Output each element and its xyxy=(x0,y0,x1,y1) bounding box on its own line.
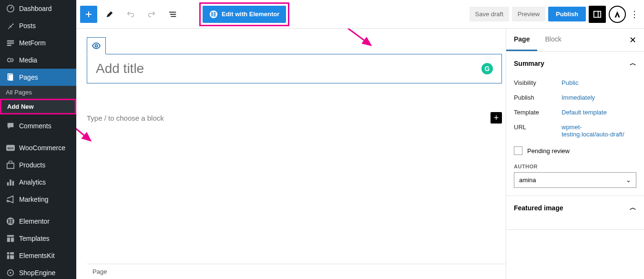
svg-rect-2 xyxy=(7,42,14,44)
label: Pending review xyxy=(527,147,570,155)
svg-rect-23 xyxy=(10,252,14,255)
svg-rect-31 xyxy=(212,12,213,16)
metform-icon xyxy=(6,38,15,48)
analytics-icon xyxy=(6,177,15,187)
sidebar-item-comments[interactable]: Comments xyxy=(0,117,76,134)
sidebar-item-analytics[interactable]: Analytics xyxy=(0,174,76,191)
close-settings-button[interactable]: ✕ xyxy=(622,35,644,45)
add-block-button[interactable] xyxy=(80,6,97,23)
publish-button[interactable]: Publish xyxy=(548,7,586,21)
label: Comments xyxy=(19,122,51,130)
svg-point-26 xyxy=(10,272,11,274)
label: Media xyxy=(19,56,37,64)
sidebar-submenu-pages: All Pages Add New xyxy=(0,86,76,114)
svg-rect-11 xyxy=(10,180,11,186)
sidebar-item-templates[interactable]: Templates xyxy=(0,230,76,247)
elementskit-icon xyxy=(6,251,15,260)
redo-button[interactable] xyxy=(143,6,160,23)
sidebar-item-shopengine[interactable]: ShopEngine xyxy=(0,264,76,279)
svg-rect-19 xyxy=(7,238,10,242)
label: Products xyxy=(19,161,45,169)
breadcrumb[interactable]: Page xyxy=(92,268,107,275)
featured-image-section: Featured image ︿ xyxy=(506,196,644,230)
document-overview-button[interactable] xyxy=(164,6,181,23)
svg-rect-6 xyxy=(9,75,13,81)
save-draft-button[interactable]: Save draft xyxy=(470,7,509,21)
label: Posts xyxy=(19,22,36,30)
grammarly-icon[interactable]: G xyxy=(481,63,493,74)
media-icon xyxy=(6,55,15,65)
summary-section: Summary ︿ Visibility Public Publish Imme… xyxy=(506,52,644,196)
svg-rect-16 xyxy=(10,221,13,222)
label: MetForm xyxy=(19,39,46,47)
tab-page[interactable]: Page xyxy=(506,29,537,51)
label: Elementor xyxy=(19,217,50,225)
summary-header[interactable]: Summary ︿ xyxy=(506,52,644,75)
sidebar-sub-all-pages[interactable]: All Pages xyxy=(0,86,76,99)
pending-review-checkbox[interactable] xyxy=(514,146,522,155)
label: WooCommerce xyxy=(19,144,65,152)
url-value[interactable]: wpmet-testing.local/auto-draft/ xyxy=(562,124,628,138)
label: Summary xyxy=(514,60,544,67)
sidebar-item-elementor[interactable]: Elementor xyxy=(0,213,76,230)
svg-rect-34 xyxy=(214,15,216,16)
label: Analytics xyxy=(19,178,46,186)
svg-rect-35 xyxy=(594,11,601,17)
svg-text:woo: woo xyxy=(7,146,14,150)
value: amina xyxy=(519,176,536,184)
astra-button[interactable] xyxy=(609,6,626,23)
svg-rect-9 xyxy=(7,163,14,168)
visibility-value[interactable]: Public xyxy=(562,79,578,86)
sidebar-item-metform[interactable]: MetForm xyxy=(0,34,76,52)
svg-rect-18 xyxy=(7,235,14,237)
visibility-label: Visibility xyxy=(514,79,562,86)
annotation-arrow-1 xyxy=(333,29,376,50)
settings-panel: Page Block ✕ Summary ︿ Visibility Public… xyxy=(506,29,644,279)
label: Featured image xyxy=(514,204,563,212)
url-label: URL xyxy=(514,124,562,138)
sidebar-item-woocommerce[interactable]: woo WooCommerce xyxy=(0,139,76,156)
elementor-highlight: Edit with Elementor xyxy=(199,2,289,26)
settings-panel-toggle[interactable] xyxy=(589,6,606,23)
sidebar-item-media[interactable]: Media xyxy=(0,52,76,69)
label: ElementsKit xyxy=(19,252,55,259)
sidebar-item-marketing[interactable]: Marketing xyxy=(0,191,76,208)
dashboard-icon xyxy=(6,4,15,13)
preview-tab[interactable] xyxy=(87,37,106,54)
label: ShopEngine xyxy=(19,269,55,277)
eye-icon xyxy=(92,41,101,51)
label: Marketing xyxy=(19,196,48,203)
label: Dashboard xyxy=(19,5,52,12)
options-menu-button[interactable]: ⋮ xyxy=(629,9,640,20)
templates-icon xyxy=(6,234,15,243)
pending-review-row[interactable]: Pending review xyxy=(514,142,636,160)
default-block-placeholder[interactable]: Type / to choose a block + xyxy=(87,112,502,124)
sidebar-item-products[interactable]: Products xyxy=(0,156,76,174)
tab-block[interactable]: Block xyxy=(537,29,569,51)
pages-icon xyxy=(6,72,15,82)
svg-rect-1 xyxy=(7,41,14,42)
featured-image-header[interactable]: Featured image ︿ xyxy=(506,196,644,220)
edit-mode-button[interactable] xyxy=(101,6,118,23)
author-select[interactable]: amina ⌄ xyxy=(514,172,636,188)
undo-button[interactable] xyxy=(122,6,139,23)
preview-button[interactable]: Preview xyxy=(512,7,545,21)
comment-icon xyxy=(6,121,15,131)
publish-value[interactable]: Immediately xyxy=(562,94,595,101)
title-input[interactable] xyxy=(96,61,481,76)
edit-with-elementor-button[interactable]: Edit with Elementor xyxy=(203,6,286,23)
svg-point-4 xyxy=(8,58,11,62)
add-block-inline-button[interactable]: + xyxy=(491,112,502,124)
svg-rect-32 xyxy=(214,12,216,13)
author-heading: AUTHOR xyxy=(514,164,636,169)
elementor-icon xyxy=(6,217,15,226)
sidebar-item-elementskit[interactable]: ElementsKit xyxy=(0,247,76,264)
sidebar-item-pages[interactable]: Pages xyxy=(0,69,76,86)
title-block[interactable]: G xyxy=(87,54,502,83)
sidebar-item-dashboard[interactable]: Dashboard xyxy=(0,0,76,17)
sidebar-item-posts[interactable]: Posts xyxy=(0,17,76,34)
sidebar-sub-add-new[interactable]: Add New xyxy=(0,99,76,114)
template-value[interactable]: Default template xyxy=(562,109,607,116)
svg-rect-22 xyxy=(7,255,9,259)
woo-icon: woo xyxy=(6,143,15,153)
